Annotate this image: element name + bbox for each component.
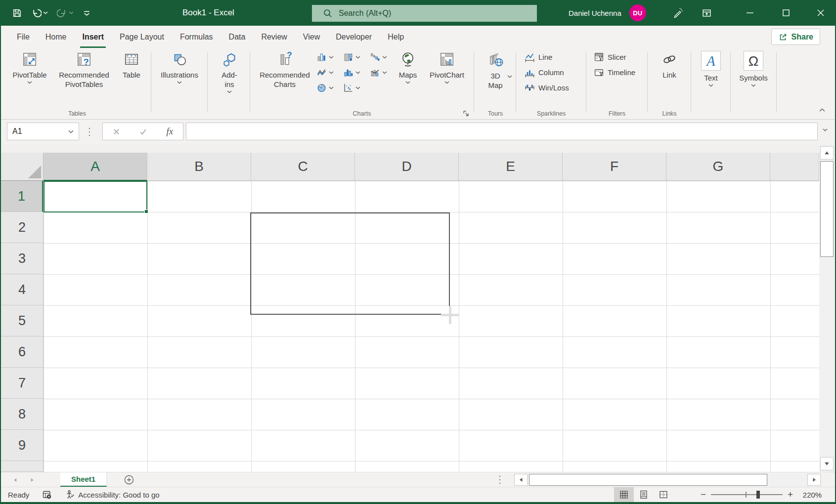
formula-bar-handle-dots-icon[interactable] (88, 126, 91, 137)
insert-line-chart-button[interactable] (316, 67, 334, 78)
maps-button[interactable]: Maps (394, 51, 422, 84)
addins-button[interactable]: Add-ins (215, 51, 244, 93)
row-header-4[interactable]: 4 (1, 274, 43, 305)
sparkline-line-button[interactable]: Line (525, 52, 552, 62)
timeline-button[interactable]: Timeline (594, 67, 635, 78)
fill-handle[interactable] (144, 210, 148, 213)
row-header-1[interactable]: 1 (1, 181, 43, 212)
pivotchart-button[interactable]: PivotChart (426, 51, 468, 84)
tab-developer[interactable]: Developer (328, 26, 380, 48)
page-break-preview-button[interactable] (654, 487, 673, 502)
search-input[interactable]: Search (Alt+Q) (312, 5, 537, 22)
scroll-up-button[interactable] (820, 146, 834, 160)
scroll-left-button[interactable] (514, 474, 528, 486)
redo-button[interactable] (57, 8, 74, 18)
column-header-e[interactable]: E (459, 153, 563, 180)
row-header-2[interactable]: 2 (1, 212, 43, 243)
horizontal-scrollbar-thumb[interactable] (529, 474, 767, 486)
link-button[interactable]: Link (656, 51, 683, 80)
ribbon-display-options-icon[interactable] (702, 8, 712, 18)
insert-waterfall-chart-button[interactable] (370, 52, 387, 62)
collapse-ribbon-chevron-icon[interactable] (819, 108, 825, 112)
insert-hierarchy-chart-button[interactable] (343, 52, 360, 62)
tab-page-layout[interactable]: Page Layout (112, 26, 172, 48)
row-header-5[interactable]: 5 (1, 305, 43, 336)
tab-help[interactable]: Help (380, 26, 412, 48)
page-layout-view-button[interactable] (634, 487, 654, 502)
zoom-in-button[interactable]: + (788, 489, 793, 500)
previous-sheet-button[interactable] (12, 477, 18, 483)
tab-home[interactable]: Home (38, 26, 75, 48)
zoom-level[interactable]: 220% (798, 491, 822, 499)
zoom-out-button[interactable]: − (701, 489, 706, 500)
table-button[interactable]: Table (118, 51, 145, 80)
column-header-d[interactable]: D (355, 153, 459, 180)
select-all-corner[interactable] (1, 153, 44, 181)
row-header-partial[interactable] (1, 461, 43, 472)
save-button[interactable] (12, 8, 22, 18)
scroll-down-button[interactable] (820, 457, 834, 470)
name-box-dropdown-icon[interactable] (68, 130, 74, 133)
enter-check-icon[interactable] (139, 128, 147, 135)
vertical-scrollbar[interactable] (819, 145, 835, 472)
column-header-f[interactable]: F (563, 153, 666, 180)
cancel-icon[interactable] (113, 128, 120, 135)
sparkline-winloss-button[interactable]: Win/Loss (525, 83, 569, 93)
new-sheet-button[interactable] (124, 474, 134, 485)
insert-combo-chart-button[interactable] (370, 67, 387, 78)
row-header-6[interactable]: 6 (1, 336, 43, 368)
sheet-tab-sheet1[interactable]: Sheet1 (60, 472, 107, 487)
tab-review[interactable]: Review (253, 26, 295, 48)
vertical-scrollbar-thumb[interactable] (820, 161, 834, 257)
symbols-button[interactable]: Symbols (737, 51, 770, 87)
zoom-slider-thumb[interactable] (756, 491, 760, 499)
minimize-button[interactable] (736, 0, 764, 26)
column-header-partial[interactable] (770, 153, 819, 180)
formula-input[interactable] (186, 123, 818, 140)
insert-column-chart-button[interactable] (316, 52, 334, 62)
chart-placement-rectangle[interactable] (250, 212, 450, 315)
recommended-pivottables-button[interactable]: Recommended PivotTables (51, 51, 117, 89)
row-header-9[interactable]: 9 (1, 430, 43, 461)
scroll-right-button[interactable] (807, 474, 821, 486)
3d-map-button[interactable]: 3D Map (482, 51, 509, 90)
maximize-button[interactable] (772, 0, 800, 26)
pivottable-button[interactable]: PivotTable (8, 51, 51, 84)
column-header-c[interactable]: C (251, 153, 355, 180)
name-box[interactable]: A1 (7, 123, 79, 140)
tab-formulas[interactable]: Formulas (172, 26, 221, 48)
illustrations-button[interactable]: Illustrations (155, 51, 204, 84)
tab-insert[interactable]: Insert (74, 26, 112, 48)
avatar[interactable]: DU (629, 4, 646, 21)
undo-button[interactable] (31, 8, 48, 18)
close-button[interactable] (806, 0, 835, 26)
tab-view[interactable]: View (295, 26, 328, 48)
horizontal-scrollbar[interactable] (514, 474, 821, 486)
insert-pie-chart-button[interactable] (316, 83, 334, 93)
macro-recording-button[interactable] (42, 490, 52, 500)
active-cell-selection[interactable] (44, 181, 147, 212)
text-button[interactable]: Text (698, 51, 724, 87)
insert-statistic-chart-button[interactable] (343, 67, 360, 78)
slicer-button[interactable]: Slicer (594, 52, 626, 62)
insert-function-button[interactable]: fx (167, 126, 174, 137)
row-header-3[interactable]: 3 (1, 243, 43, 274)
column-header-b[interactable]: B (147, 153, 251, 180)
charts-dialog-launcher-icon[interactable] (462, 110, 470, 118)
insert-scatter-chart-button[interactable] (343, 83, 360, 93)
next-sheet-button[interactable] (29, 477, 36, 483)
row-header-8[interactable]: 8 (1, 399, 43, 430)
column-header-a[interactable]: A (44, 153, 147, 180)
customize-quick-access-toolbar-button[interactable] (83, 9, 91, 17)
accessibility-status[interactable]: Accessibility: Good to go (65, 490, 159, 500)
zoom-slider[interactable] (711, 494, 783, 495)
tab-bar-resize-dots-icon[interactable] (498, 474, 501, 485)
share-button[interactable]: Share (771, 29, 820, 45)
row-header-7[interactable]: 7 (1, 368, 43, 399)
feedback-pen-icon[interactable] (672, 7, 684, 19)
recommended-charts-button[interactable]: Recommended Charts (255, 51, 315, 89)
sparkline-column-button[interactable]: Column (525, 67, 564, 78)
expand-formula-bar-chevron-icon[interactable] (823, 128, 828, 131)
column-header-g[interactable]: G (666, 153, 770, 180)
account-area[interactable]: Daniel Uchenna DU (569, 0, 646, 26)
